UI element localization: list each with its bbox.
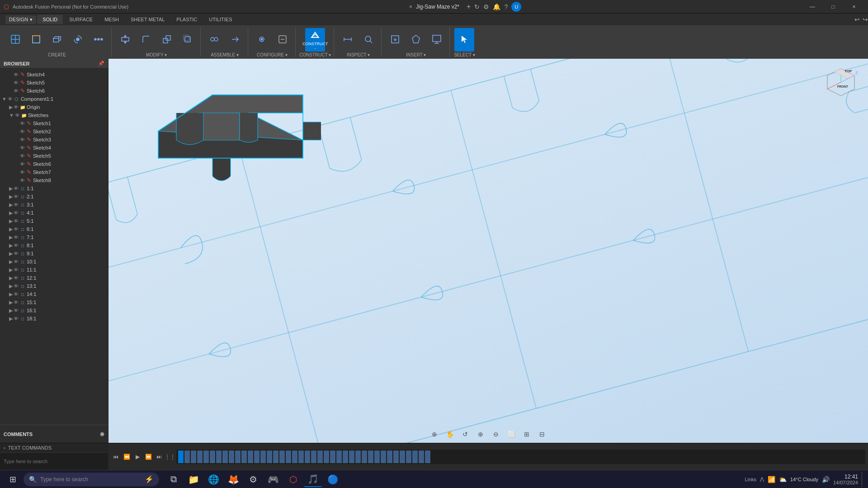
tree-item-body-15[interactable]: ▶ 👁 □ 15:1 [0,298,108,306]
timeline-marker[interactable] [191,450,196,463]
expand-icon[interactable]: ▶ [9,243,13,249]
timeline-marker[interactable] [374,450,380,463]
expand-icon[interactable]: ▶ [9,316,13,322]
visibility-icon[interactable]: 👁 [14,275,19,281]
timeline-marker[interactable] [292,450,297,463]
tab-close-icon[interactable]: × [409,4,412,10]
windows-start-button[interactable]: ⊞ [4,472,22,487]
tree-item-body-16[interactable]: ▶ 👁 □ 16:1 [0,306,108,314]
visibility-icon[interactable]: 👁 [14,194,19,199]
select-button[interactable] [454,28,474,52]
configure-group-label[interactable]: CONFIGURE ▾ [257,52,288,57]
browser-pin-icon[interactable]: 📌 [98,61,104,66]
timeline-marker[interactable] [216,450,222,463]
chrome-button[interactable]: 🔵 [324,472,342,487]
pan-button[interactable]: ✋ [443,429,456,439]
tree-item-body-13[interactable]: ▶ 👁 □ 13:1 [0,282,108,290]
inspect-group-label[interactable]: INSPECT ▾ [347,52,370,57]
timeline-marker[interactable] [254,450,259,463]
minimize-button[interactable]: — [802,0,823,14]
file-explorer-button[interactable]: 📁 [184,472,203,487]
timeline-marker[interactable] [381,450,386,463]
tree-item-sketch4c[interactable]: 👁 ✎ Sketch4 [0,144,108,152]
nav-cube[interactable]: TOP FRONT Z [823,64,859,100]
visibility-icon[interactable]: 👁 [20,178,25,183]
expand-icon[interactable]: ▶ [9,104,13,110]
timeline-marker[interactable] [286,450,291,463]
timeline-marker[interactable] [298,450,304,463]
tree-item-body-14[interactable]: ▶ 👁 □ 14:1 [0,290,108,298]
timeline-marker[interactable] [355,450,361,463]
timeline-marker[interactable] [412,450,418,463]
sync-icon[interactable]: ↻ [474,3,480,10]
timeline-marker[interactable] [368,450,373,463]
tree-item-body-9[interactable]: ▶ 👁 □ 9:1 [0,249,108,258]
expand-icon[interactable]: ▶ [9,283,13,289]
new-component-button[interactable] [5,28,25,52]
timeline-marker[interactable] [184,450,190,463]
tree-item-body-1[interactable]: ▶ 👁 □ 1:1 [0,184,108,192]
expand-icon[interactable]: ▶ [9,275,13,281]
timeline-marker[interactable] [241,450,247,463]
tab-solid[interactable]: SOLID [37,15,63,24]
timeline-marker[interactable] [406,450,411,463]
timeline-settings-button[interactable]: ⋮⋮ [165,452,175,461]
visibility-icon[interactable]: 👁 [20,161,25,167]
tree-item-body-18[interactable]: ▶ 👁 □ 18:1 [0,314,108,323]
zoom-out-button[interactable]: ⊖ [490,429,502,439]
insert-group-label[interactable]: INSERT ▾ [406,52,426,57]
visibility-icon[interactable]: 👁 [14,186,19,191]
text-commands-input[interactable] [0,453,108,470]
expand-icon[interactable]: ▶ [9,235,13,240]
browser-button[interactable]: 🌐 [204,472,222,487]
expand-icon[interactable]: ▶ [9,291,13,297]
visibility-icon[interactable]: 👁 [20,121,25,126]
select-group-label[interactable]: SELECT ▾ [454,52,475,57]
timeline-marker[interactable] [229,450,234,463]
tree-item-origin[interactable]: ▶ 👁 📁 Origin [0,103,108,111]
extrude-button[interactable] [47,28,67,52]
viewport[interactable]: TOP FRONT Z ⊕ ✋ ↺ ⊕ ⊖ ⬜ ⊞ ⊟ [108,59,868,443]
visibility-icon[interactable]: 👁 [14,259,19,264]
show-desktop-button[interactable] [862,472,864,487]
visibility-icon[interactable]: 👁 [14,308,19,313]
timeline-marker[interactable] [178,450,184,463]
tree-item-sketch6c[interactable]: 👁 ✎ Sketch6 [0,160,108,168]
tree-item-sketches-folder[interactable]: ▼ 👁 📁 Sketches [0,111,108,119]
configure-btn-2[interactable] [273,28,292,52]
tree-item-body-4[interactable]: ▶ 👁 □ 4:1 [0,209,108,217]
visibility-icon[interactable]: 👁 [14,267,19,272]
tab-mesh[interactable]: MESH [99,15,124,24]
visibility-icon[interactable]: 👁 [8,96,13,102]
visibility-icon[interactable]: 👁 [14,88,19,94]
network-icon[interactable]: 📶 [768,476,775,483]
zoom-in-button[interactable]: ⊕ [474,429,487,439]
tree-item-body-5[interactable]: ▶ 👁 □ 5:1 [0,217,108,225]
insert-btn-3[interactable] [427,28,447,52]
configure-btn-1[interactable] [252,28,272,52]
visibility-icon[interactable]: 👁 [15,113,20,118]
construct-plane-button[interactable]: CONSTRUCT - [305,28,325,52]
close-button[interactable]: × [844,0,864,14]
taskbar-expand-icon[interactable]: ⋀ [760,476,764,482]
active-app-button[interactable]: 🎵 [304,472,322,487]
expand-icon[interactable]: ▶ [9,218,13,224]
timeline-marker[interactable] [305,450,310,463]
expand-icon[interactable]: ▶ [9,251,13,257]
tab-utilities[interactable]: UTILITIES [203,15,237,24]
timeline-marker[interactable] [419,450,424,463]
timeline-marker[interactable] [362,450,367,463]
tree-item-body-8[interactable]: ▶ 👁 □ 8:1 [0,241,108,249]
display-mode-button[interactable]: ⬜ [505,429,518,439]
measure-button[interactable] [338,28,358,52]
timeline-marker[interactable] [343,450,348,463]
visibility-icon[interactable]: 👁 [14,72,19,77]
timeline-marker[interactable] [203,450,209,463]
tab-surface[interactable]: SURFACE [64,15,98,24]
offset-button[interactable] [178,28,198,52]
timeline-marker[interactable] [317,450,323,463]
firefox-button[interactable]: 🦊 [224,472,242,487]
expand-icon[interactable]: ▶ [9,226,13,232]
xbox-button[interactable]: 🎮 [264,472,282,487]
timeline-marker[interactable] [273,450,278,463]
